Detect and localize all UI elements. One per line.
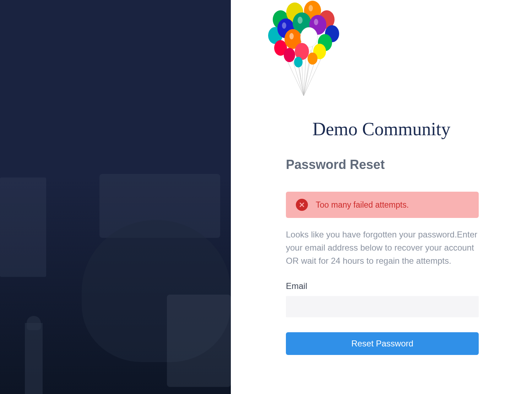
hero-decoration — [0, 177, 231, 394]
form-panel: Demo Community Password Reset Too many f… — [231, 0, 532, 394]
community-title: Demo Community — [241, 119, 521, 139]
reset-password-button[interactable]: Reset Password — [286, 332, 479, 355]
password-reset-form: Password Reset Too many failed attempts.… — [241, 157, 521, 355]
svg-point-28 — [289, 33, 294, 39]
svg-point-32 — [309, 5, 313, 11]
svg-point-27 — [294, 57, 303, 67]
email-label: Email — [286, 281, 479, 291]
error-message: Too many failed attempts. — [316, 200, 409, 210]
email-input[interactable] — [286, 296, 479, 317]
hero-panel — [0, 0, 231, 394]
svg-point-24 — [284, 48, 295, 62]
form-heading: Password Reset — [286, 157, 479, 172]
svg-point-26 — [308, 53, 317, 65]
error-banner: Too many failed attempts. — [286, 192, 479, 218]
form-description: Looks like you have forgotten your passw… — [286, 228, 479, 268]
svg-point-29 — [298, 17, 303, 24]
svg-point-30 — [282, 22, 286, 29]
svg-point-31 — [314, 19, 318, 25]
balloons-icon — [261, 0, 346, 99]
error-icon — [296, 199, 308, 211]
logo — [261, 0, 521, 101]
